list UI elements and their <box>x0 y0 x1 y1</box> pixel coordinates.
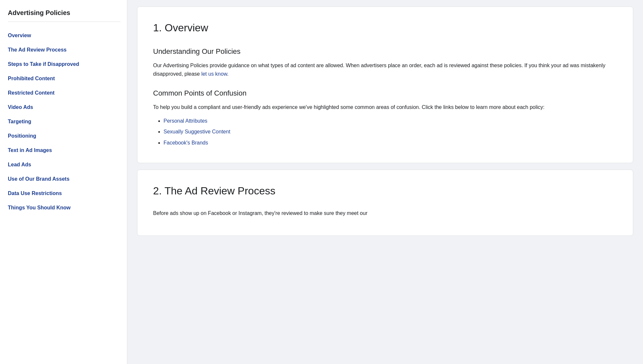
subsection2-heading: Common Points of Confusion <box>153 88 617 99</box>
sidebar-item-data-use-restrictions[interactable]: Data Use Restrictions <box>8 190 62 196</box>
confusion-links-list: Personal AttributesSexually Suggestive C… <box>153 117 617 147</box>
sidebar-li-positioning: Positioning <box>8 129 120 143</box>
sidebar-item-things-you-should-know[interactable]: Things You Should Know <box>8 205 71 210</box>
section1-title: 1. Overview <box>153 20 617 36</box>
sidebar-item-video-ads[interactable]: Video Ads <box>8 104 33 110</box>
sidebar-li-things-you-should-know: Things You Should Know <box>8 201 120 215</box>
sidebar-item-positioning[interactable]: Positioning <box>8 133 36 139</box>
let-us-know-link[interactable]: let us know <box>201 71 227 77</box>
sidebar-item-text-in-ad-images[interactable]: Text in Ad Images <box>8 147 52 153</box>
sidebar: Advertising Policies OverviewThe Ad Revi… <box>0 0 127 364</box>
subsection1-text: Our Advertising Policies provide guidanc… <box>153 61 617 78</box>
sidebar-li-prohibited-content: Prohibited Content <box>8 71 120 86</box>
sidebar-item-targeting[interactable]: Targeting <box>8 119 31 124</box>
sidebar-item-brand-assets[interactable]: Use of Our Brand Assets <box>8 176 70 182</box>
sidebar-li-ad-review-process: The Ad Review Process <box>8 43 120 57</box>
sidebar-item-ad-review-process[interactable]: The Ad Review Process <box>8 47 67 53</box>
sidebar-li-steps-disapproved: Steps to Take if Disapproved <box>8 57 120 71</box>
sidebar-nav: OverviewThe Ad Review ProcessSteps to Ta… <box>8 28 120 215</box>
confusion-link-item: Personal Attributes <box>164 117 617 125</box>
sidebar-li-overview: Overview <box>8 28 120 43</box>
sidebar-item-restricted-content[interactable]: Restricted Content <box>8 90 55 96</box>
subsection1-text-after-link: . <box>227 71 228 77</box>
confusion-link-personal-attributes[interactable]: Personal Attributes <box>164 118 207 124</box>
subsection2-intro: To help you build a compliant and user-f… <box>153 103 617 112</box>
sidebar-item-prohibited-content[interactable]: Prohibited Content <box>8 76 55 81</box>
sidebar-li-video-ads: Video Ads <box>8 100 120 114</box>
sidebar-item-steps-disapproved[interactable]: Steps to Take if Disapproved <box>8 61 79 67</box>
sidebar-item-lead-ads[interactable]: Lead Ads <box>8 162 31 167</box>
confusion-link-item: Sexually Suggestive Content <box>164 128 617 136</box>
confusion-link-item: Facebook's Brands <box>164 139 617 147</box>
section2-intro: Before ads show up on Facebook or Instag… <box>153 209 617 218</box>
sidebar-li-lead-ads: Lead Ads <box>8 158 120 172</box>
sidebar-item-overview[interactable]: Overview <box>8 33 31 38</box>
confusion-link-facebooks-brands[interactable]: Facebook's Brands <box>164 140 208 145</box>
sidebar-li-restricted-content: Restricted Content <box>8 86 120 100</box>
confusion-link-sexually-suggestive-content[interactable]: Sexually Suggestive Content <box>164 129 230 134</box>
main-content: 1. Overview Understanding Our Policies O… <box>127 0 643 364</box>
sidebar-li-data-use-restrictions: Data Use Restrictions <box>8 186 120 201</box>
section2-title: 2. The Ad Review Process <box>153 183 617 199</box>
subsection1-heading: Understanding Our Policies <box>153 46 617 57</box>
sidebar-li-targeting: Targeting <box>8 114 120 129</box>
sidebar-li-text-in-ad-images: Text in Ad Images <box>8 143 120 158</box>
section-ad-review-card: 2. The Ad Review Process Before ads show… <box>137 170 633 236</box>
section-overview-card: 1. Overview Understanding Our Policies O… <box>137 7 633 163</box>
sidebar-title: Advertising Policies <box>8 8 120 22</box>
sidebar-li-brand-assets: Use of Our Brand Assets <box>8 172 120 186</box>
